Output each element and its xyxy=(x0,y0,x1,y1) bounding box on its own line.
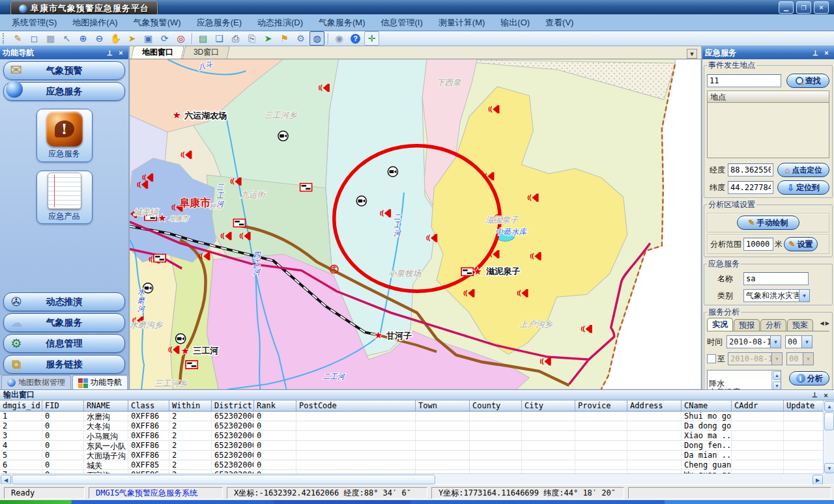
column-header[interactable]: District xyxy=(212,400,254,412)
sidebar-item-dynamic-deduction[interactable]: ✇动态推演 xyxy=(3,292,125,311)
flag-marker[interactable] xyxy=(233,219,245,227)
place-list-header[interactable]: 地点 xyxy=(707,91,829,103)
dropdown-icon[interactable]: ▼ xyxy=(799,290,809,301)
analysis-tab-3[interactable]: 预案 xyxy=(787,319,813,331)
zoom-layer-icon[interactable]: ✛ xyxy=(364,31,379,46)
element-listbox[interactable]: 降水空气温度 ▲ ▼ xyxy=(707,370,781,389)
pin-marker-icon[interactable]: ⚑ xyxy=(277,31,292,46)
flag-marker[interactable] xyxy=(154,254,165,262)
analysis-tab-2[interactable]: 分析 xyxy=(760,319,786,331)
pointer-icon[interactable]: ➤ xyxy=(124,31,139,46)
minimize-button[interactable]: ▁ xyxy=(779,1,794,14)
column-header[interactable]: Address xyxy=(627,400,682,412)
column-header[interactable]: CAddr xyxy=(732,400,784,412)
settings-gear-icon[interactable]: ⚙ xyxy=(293,31,308,46)
column-header[interactable]: Class xyxy=(128,400,169,412)
map-tab-0[interactable]: 地图窗口 xyxy=(131,46,184,59)
pick-arrow-icon[interactable]: ➤ xyxy=(261,31,276,46)
hour-select[interactable]: 00 ▼ xyxy=(785,335,812,348)
sidebar-item-service-links[interactable]: ⧉服务链接 xyxy=(3,355,125,374)
place-list[interactable] xyxy=(707,103,829,158)
camera-marker[interactable] xyxy=(176,334,186,344)
locate-to-button[interactable]: ⇩ 定位到 xyxy=(777,180,829,195)
menu-item-weather-service[interactable]: 气象服务(M) xyxy=(311,15,373,31)
column-header[interactable]: Rank xyxy=(254,400,296,412)
column-header[interactable]: CName xyxy=(682,400,732,412)
pin-icon[interactable]: ⟂ xyxy=(811,48,820,57)
close-icon[interactable]: × xyxy=(116,48,126,57)
zoom-in-icon[interactable]: ⊕ xyxy=(76,31,91,46)
tab-scroll-icons[interactable]: ◀ ▶ xyxy=(820,320,829,326)
flag-marker[interactable] xyxy=(186,361,197,369)
star-marker[interactable]: ★ xyxy=(172,109,180,120)
table-row[interactable]: 20大冬沟0XFF8626523020000Da dong gou xyxy=(0,421,824,431)
table-row[interactable]: 40东风一小队0XFF8626523020000Dong fen... xyxy=(0,441,824,451)
close-icon[interactable]: × xyxy=(821,391,831,400)
column-header[interactable]: Town xyxy=(416,400,470,412)
sidebar-item-info-mgmt[interactable]: ⚙信息管理 xyxy=(3,334,125,353)
identify-icon[interactable]: ◎ xyxy=(173,31,188,46)
map-tab-1[interactable]: 3D窗口 xyxy=(182,46,231,59)
pin-icon[interactable]: ⟂ xyxy=(105,48,115,57)
menu-item-view[interactable]: 查看(V) xyxy=(538,15,581,31)
toolbar-grip[interactable] xyxy=(3,33,7,44)
overview-icon[interactable]: ▤ xyxy=(195,31,210,46)
pan-icon[interactable]: ✋ xyxy=(108,31,123,46)
longitude-input[interactable] xyxy=(728,163,773,176)
table-row[interactable]: 30小马厩沟0XFF8626523020000Xiao ma ... xyxy=(0,431,824,441)
column-header[interactable]: dmgis_id xyxy=(0,400,42,412)
export-map-icon[interactable]: ❏ xyxy=(212,31,227,46)
star-marker[interactable]: ★ xyxy=(180,345,189,356)
menu-item-map-ops[interactable]: 地图操作(A) xyxy=(65,15,125,31)
service-type-select[interactable]: 气象和洪水灾害 ▼ xyxy=(743,289,810,302)
dropdown-icon[interactable]: ▼ xyxy=(770,336,781,348)
set-button[interactable]: ✎ 设置 xyxy=(784,237,818,251)
range-input[interactable] xyxy=(743,238,773,251)
column-header[interactable]: Within xyxy=(169,400,212,412)
menu-item-system[interactable]: 系统管理(S) xyxy=(4,15,65,31)
table-vscrollbar[interactable]: ▲ ▼ xyxy=(823,400,834,474)
service-name-input[interactable] xyxy=(743,272,809,285)
date-select[interactable]: 2010-08-13 ▼ xyxy=(726,335,781,348)
locate-click-button[interactable]: ⌂ 点击定位 xyxy=(777,163,829,177)
measure-icon[interactable]: ✎ xyxy=(10,31,25,46)
table-row[interactable]: 50大面场子沟0XFF8626523020000Da mian ... xyxy=(0,451,824,460)
analysis-tab-1[interactable]: 预报 xyxy=(734,319,760,331)
clear-selection-icon[interactable]: ▦ xyxy=(43,31,58,46)
column-header[interactable]: PostCode xyxy=(296,400,416,412)
analyze-button[interactable]: i 分析 xyxy=(789,371,829,385)
select-arrow-icon[interactable]: ↖ xyxy=(59,31,74,46)
refresh-icon[interactable]: ⟳ xyxy=(157,31,172,46)
menu-item-measure-calc[interactable]: 测量计算(M) xyxy=(431,15,493,31)
flag-marker[interactable] xyxy=(300,184,311,191)
close-icon[interactable]: × xyxy=(822,48,831,57)
help-icon[interactable]: ? xyxy=(348,31,363,46)
star-marker[interactable]: ★ xyxy=(158,213,166,224)
column-header[interactable]: Provice xyxy=(575,400,627,412)
tool-button-emergency-service[interactable]: !应急服务 xyxy=(36,109,93,162)
flag-marker[interactable] xyxy=(461,268,473,275)
latitude-input[interactable] xyxy=(728,181,773,194)
menu-item-dynamic-deduction[interactable]: 动态推演(D) xyxy=(250,15,311,31)
table-row[interactable]: 60城关0XFF8526523020000Cheng guan xyxy=(0,460,824,470)
print-icon[interactable]: ⎙ xyxy=(228,31,243,46)
eye-icon[interactable]: ◉ xyxy=(332,31,347,46)
close-button[interactable]: ✕ xyxy=(814,1,829,14)
full-extent-icon[interactable]: ▣ xyxy=(141,31,156,46)
zoom-out-icon[interactable]: ⊖ xyxy=(92,31,107,46)
column-header[interactable]: City xyxy=(522,400,575,412)
bottom-tab-function-nav[interactable]: 功能导航 xyxy=(72,375,128,389)
analysis-tab-0[interactable]: 实况 xyxy=(707,318,733,331)
camera-marker[interactable] xyxy=(388,167,397,176)
globe-icon[interactable]: ◍ xyxy=(309,31,324,46)
bottom-tab-map-data-mgmt[interactable]: 地图数据管理 xyxy=(1,375,71,389)
listbox-scrollbar[interactable]: ▲ ▼ xyxy=(771,371,781,389)
table-hscrollbar[interactable]: ◀ ▶ xyxy=(0,473,824,484)
menu-item-output[interactable]: 输出(O) xyxy=(493,15,538,31)
find-button[interactable]: 查找 xyxy=(786,74,829,88)
menu-item-emergency-service[interactable]: 应急服务(E) xyxy=(189,15,250,31)
sidebar-item-weather-service[interactable]: ☁气象服务 xyxy=(3,313,125,332)
to-checkbox[interactable] xyxy=(707,354,716,363)
star-marker[interactable]: ★ xyxy=(374,329,382,341)
sidebar-group-emergency-service[interactable]: 应急服务 xyxy=(3,82,125,101)
